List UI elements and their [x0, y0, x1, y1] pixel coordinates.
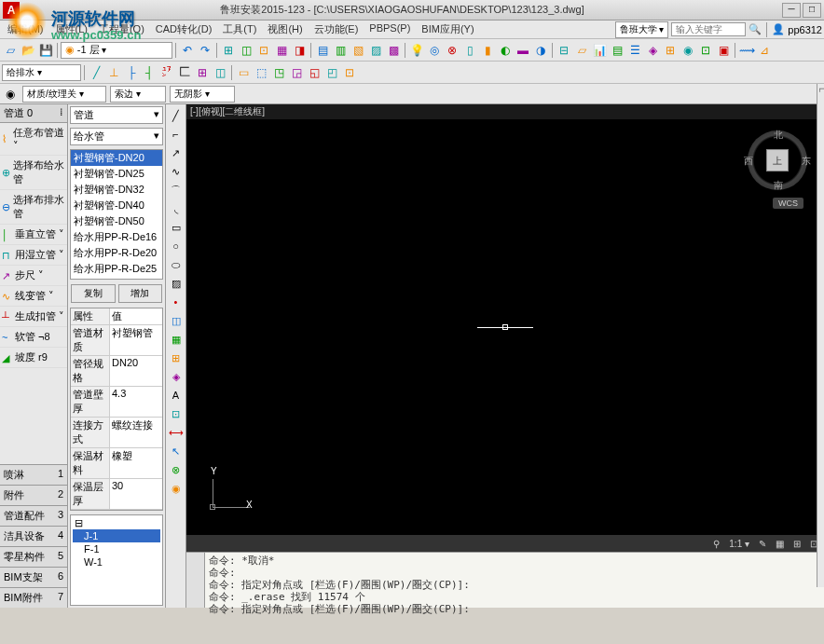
scale-icon[interactable]: ⚲	[710, 539, 722, 549]
add-button[interactable]: 增加	[118, 284, 163, 303]
material-dropdown[interactable]: 材质/纹理关 ▾	[22, 86, 106, 103]
property-row[interactable]: 属性值	[71, 308, 162, 325]
menu-item[interactable]: PBPS(P)	[364, 21, 416, 38]
viewcube[interactable]: 上 北 南 西 东	[748, 130, 807, 190]
tool-icon[interactable]: ▩	[385, 42, 402, 59]
sidebar-tab[interactable]: 洁具设备4	[0, 526, 67, 546]
cube-icon[interactable]: ⊡	[341, 64, 358, 81]
menu-item[interactable]: 工程量(Q)	[93, 21, 150, 38]
table-icon[interactable]: ▦	[168, 331, 185, 348]
tool-icon[interactable]: ▦	[273, 42, 290, 59]
cube-icon[interactable]: ◳	[270, 64, 287, 81]
tool-icon[interactable]: ◫	[212, 64, 228, 81]
tool-icon[interactable]: ⊗	[168, 461, 185, 478]
leader-icon[interactable]: ↖	[168, 443, 185, 459]
sidebar-tool[interactable]: ⊕选择布给水管	[0, 156, 67, 190]
circle-icon[interactable]: ○	[168, 238, 185, 254]
arc2-icon[interactable]: ◟	[168, 200, 185, 217]
text-icon[interactable]: ㍐	[158, 64, 175, 81]
region-icon[interactable]: ◫	[168, 312, 185, 329]
list-item[interactable]: 给水用PP-R-De16	[71, 229, 162, 245]
tool-icon[interactable]: ⟿	[738, 42, 755, 59]
arc-icon[interactable]: ⌒	[168, 182, 185, 199]
property-row[interactable]: 连接方式螺纹连接	[71, 418, 162, 448]
pipe-list[interactable]: 衬塑钢管-DN20衬塑钢管-DN25衬塑钢管-DN32衬塑钢管-DN40衬塑钢管…	[70, 149, 163, 280]
tool-icon[interactable]: ▤	[609, 42, 625, 59]
status-icon[interactable]: ▦	[773, 539, 787, 549]
tool-icon[interactable]: ┤	[141, 64, 158, 81]
tool-icon[interactable]: ⊞	[662, 42, 679, 59]
tool-icon[interactable]: ⊥	[105, 64, 122, 81]
menu-item[interactable]: 工具(T)	[217, 21, 262, 38]
sidebar-tool[interactable]: ⊖选择布排水管	[0, 190, 67, 225]
list-item[interactable]: 给水用PP-R-De20	[71, 245, 162, 261]
sidebar-tool[interactable]: ~软管 ¬8	[0, 327, 67, 348]
sidebar-tab[interactable]: BIM附件7	[0, 587, 67, 608]
ellipse-icon[interactable]: ⬭	[168, 256, 185, 273]
sidebar-tool[interactable]: ∿线变管 ˅	[0, 286, 67, 307]
block-icon[interactable]: ⊞	[168, 349, 185, 366]
menu-item[interactable]: 属性(L)	[49, 21, 93, 38]
undo-icon[interactable]: ↶	[179, 42, 196, 59]
maximize-button[interactable]: □	[803, 3, 821, 18]
canvas[interactable]: [-][俯视][二维线框] YX 上 北 南 西 东 WCS ⚲	[186, 104, 824, 608]
tool-icon[interactable]: ▣	[715, 42, 732, 59]
menu-item[interactable]: 云功能(E)	[309, 21, 364, 38]
help-dropdown[interactable]: 鲁班大学 ▾	[615, 21, 669, 38]
sidebar-tool[interactable]: ⌇任意布管道 ˅	[0, 123, 67, 156]
visual-icon[interactable]: ◉	[2, 86, 19, 103]
tool-icon[interactable]: ▬	[515, 42, 531, 59]
cube-icon[interactable]: ⬚	[253, 64, 269, 81]
sidebar-tab[interactable]: 管道配件3	[0, 505, 67, 526]
cmd-handle[interactable]	[186, 553, 205, 608]
status-icon[interactable]: ⊞	[790, 539, 803, 549]
edge-dropdown[interactable]: 索边 ▾	[110, 86, 166, 103]
category-dropdown[interactable]: 管道▾	[70, 106, 163, 124]
text-icon[interactable]: 匚	[176, 64, 193, 81]
subtype-dropdown[interactable]: 给水管▾	[70, 128, 163, 145]
tree-item[interactable]: J-1	[73, 529, 160, 542]
tool-icon[interactable]: ▯	[461, 42, 478, 59]
search-icon[interactable]: 🔍	[748, 23, 762, 35]
tool-icon[interactable]: ⊿	[756, 42, 773, 59]
tool-icon[interactable]: ▨	[367, 42, 384, 59]
save-icon[interactable]: 💾	[37, 42, 54, 59]
sidebar-tool[interactable]: ⊓用湿立管 ˅	[0, 245, 67, 266]
list-item[interactable]: 衬塑钢管-DN50	[71, 213, 162, 229]
text-icon[interactable]: A	[168, 387, 185, 404]
property-row[interactable]: 保温层厚30	[71, 479, 162, 510]
property-row[interactable]: 管径规格DN20	[71, 356, 162, 387]
scale-dropdown[interactable]: 1:1 ▾	[726, 539, 752, 549]
point-icon[interactable]: •	[168, 294, 185, 310]
bulb-icon[interactable]: 💡	[408, 42, 425, 59]
dim-icon[interactable]: ⟷	[168, 424, 185, 441]
property-row[interactable]: 管道壁厚4.3	[71, 387, 162, 418]
tool-icon[interactable]: ◉	[680, 42, 696, 59]
tool-icon[interactable]: ◈	[644, 42, 661, 59]
tool-icon[interactable]: ◫	[238, 42, 254, 59]
layer-dropdown[interactable]: ◉ -1 层 ▾	[61, 42, 172, 59]
tool-icon[interactable]: ▭	[235, 64, 252, 81]
tool-icon[interactable]: ⊗	[444, 42, 460, 59]
redo-icon[interactable]: ↷	[197, 42, 213, 59]
copy-button[interactable]: 复制	[71, 284, 116, 303]
sidebar-tab[interactable]: 喷淋1	[0, 464, 67, 485]
chart-icon[interactable]: 📊	[591, 42, 608, 59]
shadow-dropdown[interactable]: 无阴影 ▾	[170, 86, 235, 103]
menu-item[interactable]: CAD转化(D)	[150, 21, 218, 38]
wcs-badge[interactable]: WCS	[773, 198, 803, 209]
sidebar-tab[interactable]: BIM支架6	[0, 567, 67, 587]
status-icon[interactable]: ✎	[756, 539, 769, 549]
rect-icon[interactable]: ▭	[168, 219, 185, 236]
tool-icon[interactable]: ⊟	[556, 42, 572, 59]
hatch-icon[interactable]: ▨	[168, 275, 185, 292]
sidebar-tool[interactable]: ↗步尺 ˅	[0, 266, 67, 286]
tool-icon[interactable]: ◑	[532, 42, 549, 59]
tool-icon[interactable]: ⊞	[220, 42, 237, 59]
property-row[interactable]: 管道材质衬塑钢管	[71, 325, 162, 356]
search-input[interactable]	[671, 22, 746, 36]
property-table[interactable]: 属性值管道材质衬塑钢管管径规格DN20管道壁厚4.3连接方式螺纹连接保温材料橡塑…	[70, 308, 163, 511]
list-item[interactable]: 衬塑钢管-DN20	[71, 150, 162, 166]
menu-item[interactable]: 视图(H)	[262, 21, 308, 38]
cube-icon[interactable]: ◰	[323, 64, 340, 81]
